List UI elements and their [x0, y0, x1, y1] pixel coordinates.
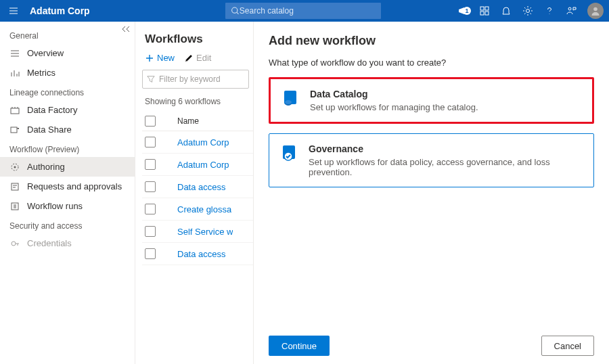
- new-workflow-button[interactable]: New: [145, 53, 175, 63]
- workflow-link[interactable]: Data access: [164, 249, 226, 259]
- column-name: Name: [164, 116, 199, 126]
- row-checkbox[interactable]: [145, 181, 156, 192]
- sidebar-collapse[interactable]: [121, 26, 131, 32]
- sidebar-item-label: Data Factory: [27, 105, 77, 115]
- svg-point-0: [231, 7, 237, 13]
- feedback-icon[interactable]: [560, 5, 582, 16]
- row-checkbox[interactable]: [145, 159, 156, 170]
- question-icon: [544, 5, 555, 16]
- filter-icon: [147, 75, 155, 83]
- svg-rect-1: [480, 7, 484, 10]
- workflow-type-data-catalog[interactable]: Data Catalog Set up workflows for managi…: [269, 77, 594, 124]
- workflow-type-governance[interactable]: Governance Set up workflows for data pol…: [269, 133, 594, 187]
- svg-point-11: [14, 166, 16, 168]
- select-all-checkbox[interactable]: [145, 116, 156, 127]
- sidebar-item-credentials[interactable]: Credentials: [0, 233, 135, 253]
- workflow-row[interactable]: Data access: [142, 176, 253, 198]
- chevron-double-left-icon: [121, 26, 131, 32]
- svg-point-17: [285, 100, 292, 104]
- avatar-icon: [590, 5, 601, 16]
- svg-point-5: [526, 9, 530, 13]
- settings-icon[interactable]: [517, 5, 539, 16]
- sidebar-section-security: Security and access: [0, 216, 135, 233]
- sidebar-item-authoring[interactable]: Authoring: [0, 157, 135, 177]
- row-checkbox[interactable]: [145, 204, 156, 214]
- sidebar-item-label: Credentials: [27, 238, 72, 248]
- sidebar-section-general: General: [0, 26, 135, 43]
- card-desc: Set up workflows for data policy, access…: [309, 157, 583, 177]
- sidebar-item-requests[interactable]: Requests and approvals: [0, 177, 135, 196]
- requests-icon: [9, 182, 20, 191]
- workflow-row[interactable]: Data access: [142, 243, 253, 265]
- data-catalog-icon: [281, 89, 300, 108]
- panel-prompt: What type of workflow do you want to cre…: [269, 58, 594, 68]
- card-desc: Set up workflows for managing the catalo…: [310, 102, 478, 112]
- overview-icon: [9, 49, 20, 58]
- workflow-row[interactable]: Adatum Corp: [142, 154, 253, 176]
- governance-icon: [280, 143, 299, 162]
- row-checkbox[interactable]: [145, 248, 156, 259]
- search-icon: [231, 6, 240, 16]
- edit-label: Edit: [196, 53, 211, 63]
- continue-button[interactable]: Continue: [269, 336, 330, 356]
- edit-workflow-button[interactable]: Edit: [184, 53, 211, 63]
- diagnostics-icon[interactable]: [474, 5, 495, 16]
- row-checkbox[interactable]: [145, 226, 156, 237]
- svg-point-7: [593, 7, 597, 12]
- credentials-icon: [9, 239, 20, 248]
- person-feedback-icon: [566, 5, 577, 16]
- help-icon[interactable]: [539, 5, 560, 16]
- filter-input[interactable]: Filter by keyword: [142, 70, 249, 89]
- workflow-row[interactable]: Self Service w: [142, 221, 253, 243]
- new-label: New: [157, 53, 175, 63]
- search-input[interactable]: [240, 6, 376, 16]
- workflow-link[interactable]: Self Service w: [164, 227, 233, 237]
- panel-title: Add new workflow: [269, 34, 594, 48]
- bell-icon: [501, 5, 512, 16]
- brand-title: Adatum Corp: [27, 5, 90, 16]
- workflow-row[interactable]: Adatum Corp: [142, 131, 253, 154]
- sidebar-item-label: Overview: [27, 48, 64, 58]
- sidebar-item-label: Workflow runs: [27, 201, 83, 211]
- card-title: Data Catalog: [310, 89, 478, 99]
- svg-point-6: [568, 7, 571, 10]
- gear-icon: [522, 5, 533, 16]
- workflow-table-header: Name: [142, 112, 253, 131]
- workflow-row[interactable]: Create glossa: [142, 198, 253, 221]
- card-title: Governance: [309, 143, 583, 154]
- notifications-icon[interactable]: [495, 5, 517, 16]
- hamburger-menu[interactable]: [0, 5, 27, 16]
- sidebar-item-runs[interactable]: Workflow runs: [0, 196, 135, 216]
- cancel-button[interactable]: Cancel: [541, 336, 594, 356]
- sidebar-item-data-share[interactable]: Data Share: [0, 120, 135, 139]
- workflow-count: Showing 6 workflows: [142, 93, 253, 112]
- svg-rect-4: [485, 12, 489, 15]
- sidebar-item-metrics[interactable]: Metrics: [0, 63, 135, 83]
- workflows-column: Workflows New Edit Filter by keyword Sho…: [135, 22, 254, 364]
- sidebar-item-label: Requests and approvals: [27, 181, 122, 191]
- notification-badge: 1: [463, 7, 471, 15]
- sidebar-item-label: Metrics: [27, 68, 55, 78]
- metrics-icon: [9, 68, 20, 78]
- sidebar-section-lineage: Lineage connections: [0, 83, 135, 100]
- workflow-link[interactable]: Adatum Corp: [164, 137, 229, 147]
- announcements-icon[interactable]: 1: [452, 5, 474, 16]
- svg-rect-3: [480, 12, 484, 15]
- sidebar-section-workflow: Workflow (Preview): [0, 139, 135, 157]
- search-box[interactable]: [225, 3, 381, 19]
- grid-icon: [479, 5, 490, 16]
- workflows-title: Workflows: [142, 30, 253, 53]
- sidebar-item-label: Authoring: [27, 162, 65, 172]
- workflow-link[interactable]: Create glossa: [164, 204, 231, 214]
- user-avatar[interactable]: [587, 3, 604, 19]
- authoring-icon: [9, 162, 20, 172]
- sidebar-item-overview[interactable]: Overview: [0, 43, 135, 63]
- sidebar-item-data-factory[interactable]: Data Factory: [0, 100, 135, 120]
- sidebar: General Overview Metrics Lineage connect…: [0, 22, 135, 364]
- pencil-icon: [184, 53, 194, 63]
- svg-rect-12: [12, 183, 18, 190]
- hamburger-icon: [8, 5, 19, 16]
- workflow-link[interactable]: Data access: [164, 182, 226, 192]
- workflow-link[interactable]: Adatum Corp: [164, 160, 229, 170]
- row-checkbox[interactable]: [145, 137, 156, 147]
